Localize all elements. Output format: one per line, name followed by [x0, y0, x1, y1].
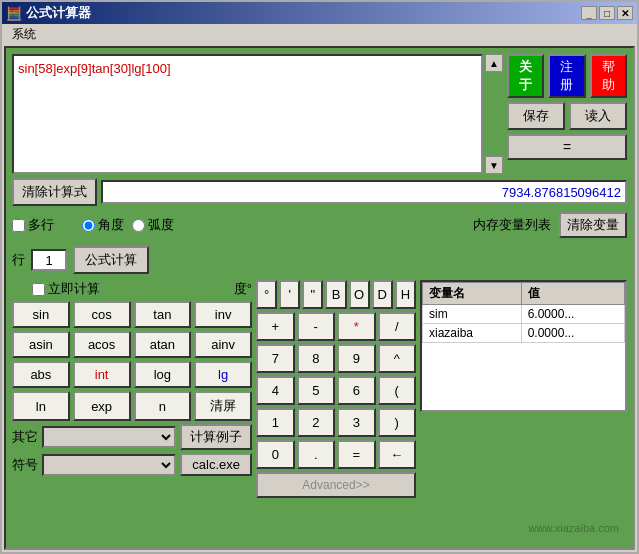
register-button[interactable]: 注册 [548, 54, 585, 98]
load-button[interactable]: 读入 [569, 102, 627, 130]
maximize-button[interactable]: □ [599, 6, 615, 20]
numpad-special-row: ° ' " B O D H [256, 280, 416, 309]
multiline-checkbox[interactable] [12, 219, 25, 232]
about-button[interactable]: 关于 [507, 54, 544, 98]
func-exp[interactable]: exp [73, 391, 131, 421]
angle-radio-label[interactable]: 角度 [82, 216, 124, 234]
other-dropdown[interactable] [42, 426, 176, 448]
func-cos[interactable]: cos [73, 301, 131, 328]
scroll-down-button[interactable]: ▼ [485, 156, 503, 174]
angle-radio[interactable] [82, 219, 95, 232]
row-input[interactable] [31, 249, 67, 271]
numpad-backspace[interactable]: ← [378, 440, 417, 469]
multiline-text: 多行 [28, 216, 54, 234]
title-bar-controls: _ □ ✕ [581, 6, 633, 20]
numpad-open-paren[interactable]: ( [378, 376, 417, 405]
numpad-6[interactable]: 6 [337, 376, 376, 405]
func-clearscreen[interactable]: 清屏 [194, 391, 252, 421]
func-lg[interactable]: lg [194, 361, 252, 388]
formula-display[interactable]: sin[58]exp[9]tan[30]lg[100] [12, 54, 483, 174]
numpad-arcmin[interactable]: ' [279, 280, 300, 309]
instant-calc-label[interactable]: 立即计算 [32, 280, 100, 298]
row-section: 行 公式计算 [12, 244, 627, 276]
numpad-panel: ° ' " B O D H + - * / 7 8 [256, 280, 416, 542]
numpad-equals[interactable]: = [337, 440, 376, 469]
numpad-9[interactable]: 9 [337, 344, 376, 373]
var-col-value: 值 [521, 283, 624, 305]
numpad-5[interactable]: 5 [297, 376, 336, 405]
numpad-close-paren[interactable]: ) [378, 408, 417, 437]
save-button[interactable]: 保存 [507, 102, 565, 130]
top-action-row: 关于 注册 帮助 [507, 54, 627, 98]
scroll-up-button[interactable]: ▲ [485, 54, 503, 72]
numpad-row-789: 7 8 9 ^ [256, 344, 416, 373]
numpad-divide[interactable]: / [378, 312, 417, 341]
func-asin[interactable]: asin [12, 331, 70, 358]
angle-text: 角度 [98, 216, 124, 234]
func-log[interactable]: log [134, 361, 192, 388]
radian-radio-label[interactable]: 弧度 [132, 216, 174, 234]
func-atan[interactable]: atan [134, 331, 192, 358]
numpad-2[interactable]: 2 [297, 408, 336, 437]
scroll-buttons: ▲ ▼ [485, 54, 503, 174]
numpad-o[interactable]: O [349, 280, 370, 309]
func-acos[interactable]: acos [73, 331, 131, 358]
instant-calc-text: 立即计算 [48, 280, 100, 298]
numpad-b[interactable]: B [325, 280, 346, 309]
numpad-1[interactable]: 1 [256, 408, 295, 437]
main-window: 🧮 公式计算器 _ □ ✕ 系统 sin[58]exp[9]tan[30]lg[… [0, 0, 639, 554]
minimize-button[interactable]: _ [581, 6, 597, 20]
numpad-plus[interactable]: + [256, 312, 295, 341]
equals-button[interactable]: = [507, 134, 627, 160]
formula-text: sin[58]exp[9]tan[30]lg[100] [18, 61, 171, 76]
instant-calc-checkbox[interactable] [32, 283, 45, 296]
func-n[interactable]: n [134, 391, 192, 421]
func-tan[interactable]: tan [134, 301, 192, 328]
formula-calc-button[interactable]: 公式计算 [73, 246, 149, 274]
sign-dropdown[interactable] [42, 454, 176, 476]
calc-exe-button[interactable]: calc.exe [180, 453, 252, 476]
func-int[interactable]: int [73, 361, 131, 388]
help-button[interactable]: 帮助 [590, 54, 627, 98]
clear-vars-button[interactable]: 清除变量 [559, 212, 627, 238]
numpad-dot[interactable]: . [297, 440, 336, 469]
numpad-multiply[interactable]: * [337, 312, 376, 341]
numpad-4[interactable]: 4 [256, 376, 295, 405]
example-button[interactable]: 计算例子 [180, 424, 252, 450]
var-value-sim: 6.0000... [521, 305, 624, 324]
other-row: 其它 计算例子 [12, 424, 252, 450]
var-col-name: 变量名 [423, 283, 522, 305]
numpad-arcsec[interactable]: " [302, 280, 323, 309]
var-row-xiazaiba: xiazaiba 0.0000... [423, 324, 625, 343]
numpad-degree[interactable]: ° [256, 280, 277, 309]
numpad-7[interactable]: 7 [256, 344, 295, 373]
numpad-row-456: 4 5 6 ( [256, 376, 416, 405]
advanced-button[interactable]: Advanced>> [256, 472, 416, 498]
numpad-h[interactable]: H [395, 280, 416, 309]
func-inv[interactable]: inv [194, 301, 252, 328]
func-ln[interactable]: ln [12, 391, 70, 421]
var-name-xiazaiba: xiazaiba [423, 324, 522, 343]
numpad-0[interactable]: 0 [256, 440, 295, 469]
var-row-sim: sim 6.0000... [423, 305, 625, 324]
numpad-minus[interactable]: - [297, 312, 336, 341]
close-button[interactable]: ✕ [617, 6, 633, 20]
sign-row: 符号 calc.exe [12, 453, 252, 476]
variable-panel: 变量名 值 sim 6.0000... xiazaiba 0.000 [420, 280, 627, 542]
menu-item-system[interactable]: 系统 [6, 25, 42, 44]
main-content: sin[58]exp[9]tan[30]lg[100] ▲ ▼ 关于 注册 帮助… [4, 46, 635, 550]
clear-formula-button[interactable]: 清除计算式 [12, 178, 97, 206]
numpad-d[interactable]: D [372, 280, 393, 309]
numpad-ops-row: + - * / [256, 312, 416, 341]
radian-radio[interactable] [132, 219, 145, 232]
numpad-3[interactable]: 3 [337, 408, 376, 437]
result-bar: 清除计算式 7934.876815096412 [12, 178, 627, 206]
multiline-label[interactable]: 多行 [12, 216, 54, 234]
numpad-power[interactable]: ^ [378, 344, 417, 373]
func-sin[interactable]: sin [12, 301, 70, 328]
func-ainv[interactable]: ainv [194, 331, 252, 358]
watermark: www.xiazaiba.com [529, 522, 619, 534]
other-label: 其它 [12, 428, 38, 446]
numpad-8[interactable]: 8 [297, 344, 336, 373]
func-abs[interactable]: abs [12, 361, 70, 388]
